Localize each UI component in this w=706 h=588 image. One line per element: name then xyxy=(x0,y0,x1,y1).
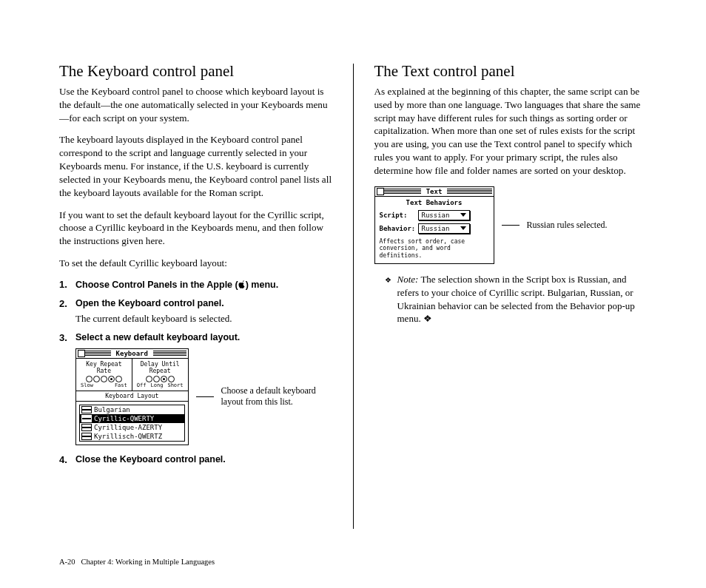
callout-leader xyxy=(196,396,214,397)
delay-section: Delay Until Repeat Off Long Short xyxy=(132,359,188,391)
keyboard-title: Keyboard xyxy=(114,350,150,357)
script-value: Russian xyxy=(422,212,450,219)
callout-leader xyxy=(502,225,520,226)
behavior-label: Behavior: xyxy=(380,225,414,232)
left-column: The Keyboard control panel Use the Keybo… xyxy=(59,62,332,558)
keyboard-titlebar: Keyboard xyxy=(76,349,188,359)
note-block: ❖ Note: The selection shown in the Scrip… xyxy=(374,273,648,325)
keyboard-figure: Keyboard Key Repeat Rate Slow xyxy=(75,348,332,445)
diamond-icon: ❖ xyxy=(385,273,391,325)
step-3: Select a new default keyboard layout. Ke… xyxy=(59,332,332,445)
right-p1: As explained at the beginning of this ch… xyxy=(374,85,648,178)
step-4-title: Close the Keyboard control panel. xyxy=(75,454,332,464)
key-repeat-label: Key Repeat Rate xyxy=(79,361,129,374)
page-number: A-20 xyxy=(59,558,75,566)
text-figure: Text Text Behaviors Script: Russian Beha… xyxy=(374,186,648,265)
chevron-down-icon xyxy=(460,226,466,230)
text-callout: Russian rules selected. xyxy=(527,220,608,231)
text-behaviors-label: Text Behaviors xyxy=(375,197,494,209)
script-popup: Russian xyxy=(418,210,470,220)
keyboard-top: Key Repeat Rate Slow Fast Delay xyxy=(76,359,188,391)
titlebar-stripes xyxy=(153,351,186,356)
step-2-title: Open the Keyboard control panel. xyxy=(75,298,332,308)
keyboard-callout: Choose a default keyboard layout from th… xyxy=(221,385,332,408)
list-item: Kyrillisch-QWERTZ xyxy=(80,432,184,441)
text-title: Text xyxy=(424,188,445,195)
titlebar-stripes xyxy=(447,189,491,195)
keyboard-layout-label: Keyboard Layout xyxy=(76,391,188,402)
flag-icon xyxy=(81,415,92,422)
keyboard-panel: Keyboard Key Repeat Rate Slow xyxy=(75,348,189,445)
text-titlebar: Text xyxy=(375,187,494,197)
delay-label: Delay Until Repeat xyxy=(135,361,185,374)
delay-radios xyxy=(135,376,185,382)
text-panel-footnote: Affects sort order, case conversion, and… xyxy=(375,235,494,264)
close-icon xyxy=(377,188,384,195)
flag-icon xyxy=(81,424,92,431)
column-divider xyxy=(353,64,354,529)
chapter-label: Chapter 4: Working in Multiple Languages xyxy=(81,558,215,566)
left-p2: The keyboard layouts displayed in the Ke… xyxy=(59,133,332,199)
delay-sub: Off Long Short xyxy=(135,382,185,388)
key-repeat-section: Key Repeat Rate Slow Fast xyxy=(76,359,132,391)
note-body: The selection shown in the Script box is… xyxy=(397,274,635,324)
key-repeat-sub: Slow Fast xyxy=(79,382,129,388)
page-footer: A-20 Chapter 4: Working in Multiple Lang… xyxy=(59,558,215,566)
behavior-value: Russian xyxy=(422,225,450,232)
list-item: Bulgarian xyxy=(80,405,184,414)
step-4: Close the Keyboard control panel. xyxy=(59,454,332,464)
left-p3: If you want to set the default keyboard … xyxy=(59,209,332,248)
apple-icon xyxy=(238,280,246,291)
step-2: Open the Keyboard control panel. The cur… xyxy=(59,298,332,325)
note-label: Note: xyxy=(397,274,419,285)
chevron-down-icon xyxy=(460,213,466,217)
left-p4: To set the default Cyrillic keyboard lay… xyxy=(59,257,332,270)
step-2-body: The current default keyboard is selected… xyxy=(75,313,332,325)
close-icon xyxy=(78,350,85,357)
text-panel: Text Text Behaviors Script: Russian Beha… xyxy=(374,186,494,265)
behavior-row: Behavior: Russian xyxy=(375,222,494,235)
left-heading: The Keyboard control panel xyxy=(59,62,332,81)
steps-list: Choose Control Panels in the Apple () me… xyxy=(59,279,332,464)
script-row: Script: Russian xyxy=(375,209,494,222)
step-1-title: Choose Control Panels in the Apple () me… xyxy=(75,280,278,290)
behavior-popup: Russian xyxy=(418,223,470,234)
step-1: Choose Control Panels in the Apple () me… xyxy=(59,279,332,291)
step-3-title: Select a new default keyboard layout. xyxy=(75,332,332,342)
left-p1: Use the Keyboard control panel to choose… xyxy=(59,85,332,124)
list-item-selected: Cyrillic-QWERTY xyxy=(80,414,184,423)
key-repeat-radios xyxy=(79,376,129,382)
right-column: The Text control panel As explained at t… xyxy=(374,62,648,558)
page: The Keyboard control panel Use the Keybo… xyxy=(0,0,706,588)
flag-icon xyxy=(81,433,92,440)
keyboard-layout-list: Bulgarian Cyrillic-QWERTY Cyrillique-AZE… xyxy=(79,405,185,442)
flag-icon xyxy=(81,406,92,413)
list-item: Cyrillique-AZERTY xyxy=(80,423,184,432)
right-heading: The Text control panel xyxy=(374,62,648,81)
script-label: Script: xyxy=(380,212,414,219)
note-text: Note: The selection shown in the Script … xyxy=(397,273,648,325)
